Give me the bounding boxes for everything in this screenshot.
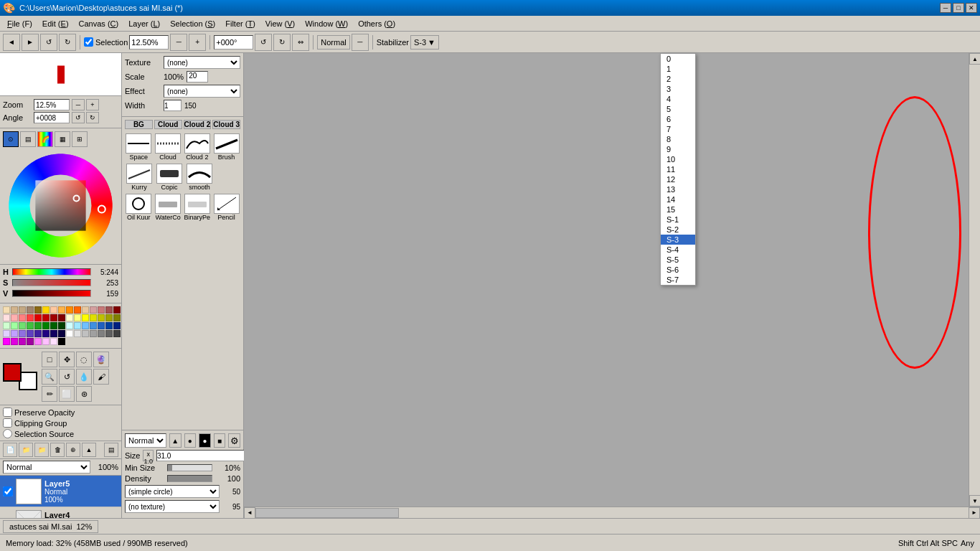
color-swatch[interactable] <box>66 314 73 321</box>
color-swatch[interactable] <box>27 314 34 321</box>
selection-checkbox-label[interactable]: Selection <box>84 37 128 47</box>
color-swatch[interactable] <box>74 330 81 337</box>
brush-shape3-btn[interactable]: ● <box>199 433 211 448</box>
cloud3-cat-btn[interactable]: Cloud 3 <box>212 120 240 129</box>
color-swatch[interactable] <box>90 322 97 329</box>
stabilizer-option-8[interactable]: 8 <box>661 134 695 144</box>
lasso-tool[interactable]: ◌ <box>76 352 92 367</box>
stabilizer-option-7[interactable]: 7 <box>661 124 695 134</box>
color-swatch[interactable] <box>11 322 18 329</box>
stabilizer-option-6[interactable]: 6 <box>661 114 695 124</box>
waterco-brush[interactable]: WaterCo <box>154 194 182 221</box>
stabilizer-option-12[interactable]: 12 <box>661 174 695 184</box>
val-slider[interactable] <box>12 290 91 297</box>
color-swatch[interactable] <box>82 314 89 321</box>
fg-color[interactable] <box>3 363 22 382</box>
layer-item-layer5[interactable]: Layer5 Normal 100% <box>0 476 121 507</box>
kurry-brush[interactable]: Kurry <box>125 164 154 191</box>
rotate-tool[interactable]: ↺ <box>59 369 75 385</box>
eraser-tool[interactable]: ⬜ <box>59 386 75 402</box>
color-swatch[interactable] <box>74 314 81 321</box>
stabilizer-option-5[interactable]: 5 <box>661 104 695 114</box>
color-swatch[interactable] <box>19 338 26 345</box>
menu-layer[interactable]: Layer (L) <box>124 18 164 29</box>
scroll-track-h[interactable] <box>255 508 969 518</box>
color-swatch[interactable] <box>3 322 10 329</box>
zoom-minus-btn[interactable]: ─ <box>72 99 85 110</box>
scroll-left-btn[interactable]: ◄ <box>244 507 255 519</box>
toolbar-btn1[interactable]: ↺ <box>40 34 57 51</box>
preserve-opacity-checkbox[interactable] <box>3 408 12 417</box>
color-swatch[interactable] <box>34 338 42 345</box>
color-palette-btn[interactable]: ▦ <box>55 131 70 147</box>
new-set-btn[interactable]: 📁 <box>19 443 33 457</box>
rotate-cw[interactable]: ↻ <box>273 34 291 51</box>
menu-selection[interactable]: Selection (S) <box>166 18 220 29</box>
scroll-right-btn[interactable]: ► <box>969 507 980 519</box>
layers-list[interactable]: Layer5 Normal 100% Layer4 Normal 100% <box>0 476 121 518</box>
color-swatch[interactable] <box>3 338 10 345</box>
color-swatch[interactable] <box>58 314 65 321</box>
close-button[interactable]: ✕ <box>966 3 977 13</box>
color-swatch[interactable] <box>82 306 89 314</box>
sat-slider[interactable] <box>12 279 91 286</box>
color-swatch[interactable] <box>98 322 105 329</box>
color-custom-btn[interactable]: ⊞ <box>72 131 88 147</box>
stabilizer-option-9[interactable]: 9 <box>661 144 695 154</box>
selection-source-radio[interactable] <box>3 429 12 438</box>
flip-h[interactable]: ⇔ <box>292 34 309 51</box>
color-hue-btn[interactable]: 🌈 <box>37 131 53 147</box>
color-swatch[interactable] <box>27 322 34 329</box>
stabilizer-dropdown[interactable]: 0123456789101112131415S-1S-2S-3S-4S-5S-6… <box>660 53 696 286</box>
color-swatch[interactable] <box>27 330 34 337</box>
color-swatch[interactable] <box>50 330 57 337</box>
cloud2-brush[interactable]: Cloud 2 <box>184 133 212 161</box>
stabilizer-option-1[interactable]: 1 <box>661 64 695 74</box>
color-swatch[interactable] <box>58 322 65 329</box>
zoom-tool[interactable]: 🔍 <box>42 369 57 385</box>
stabilizer-option-10[interactable]: 10 <box>661 154 695 164</box>
stabilizer-option-S3[interactable]: S-3 <box>661 235 695 245</box>
zoom-plus[interactable]: + <box>189 34 206 51</box>
layer-visible-layer4[interactable] <box>3 518 13 519</box>
color-swatch[interactable] <box>105 306 113 314</box>
stabilizer-option-14[interactable]: 14 <box>661 194 695 204</box>
color-swatch[interactable] <box>11 330 18 337</box>
toolbar-btn2[interactable]: ↻ <box>59 34 76 51</box>
color-swatch[interactable] <box>50 314 57 321</box>
cloud-brush[interactable]: Cloud <box>154 133 182 161</box>
min-size-bar[interactable] <box>167 464 212 471</box>
layer-item-layer4[interactable]: Layer4 Normal 100% <box>0 507 121 518</box>
color-swatch[interactable] <box>98 330 105 337</box>
color-swatch[interactable] <box>19 306 26 314</box>
layer-mode-select[interactable]: Normal <box>3 461 90 474</box>
color-swatch[interactable] <box>82 322 89 329</box>
color-swatch[interactable] <box>105 314 113 321</box>
scroll-thumb-h[interactable] <box>255 508 399 518</box>
texture-select[interactable]: (none) <box>164 56 240 69</box>
toolbar-arrow-right[interactable]: ► <box>22 34 39 51</box>
menu-edit[interactable]: Edit (E) <box>38 18 73 29</box>
color-swatch[interactable] <box>19 330 26 337</box>
menu-canvas[interactable]: Canvas (C) <box>75 18 123 29</box>
stabilizer-option-S7[interactable]: S-7 <box>661 275 695 285</box>
color-swatch[interactable] <box>42 314 50 321</box>
color-swatch[interactable] <box>74 306 81 314</box>
oilkuur-brush[interactable]: Oil Kuur <box>125 194 153 221</box>
color-swatch[interactable] <box>113 314 121 321</box>
scale-input[interactable]: 20 <box>187 71 208 83</box>
menu-file[interactable]: File (F) <box>3 18 37 29</box>
menu-view[interactable]: View (V) <box>261 18 299 29</box>
color-swatch[interactable] <box>27 338 34 345</box>
brush-mode-select[interactable]: Normal <box>125 433 166 448</box>
horizontal-scrollbar[interactable]: ◄ ► <box>244 507 980 518</box>
color-swatch[interactable] <box>66 330 73 337</box>
density-bar[interactable] <box>167 475 212 482</box>
width-input[interactable] <box>164 100 182 111</box>
color-swatch[interactable] <box>11 338 18 345</box>
eyedrop-tool[interactable]: 💧 <box>76 369 92 385</box>
size-multiplier[interactable]: x 1.0 <box>143 450 154 461</box>
fill-tool[interactable]: 🖌 <box>93 369 109 385</box>
color-swatch[interactable] <box>58 338 65 345</box>
stabilizer-option-S6[interactable]: S-6 <box>661 265 695 275</box>
